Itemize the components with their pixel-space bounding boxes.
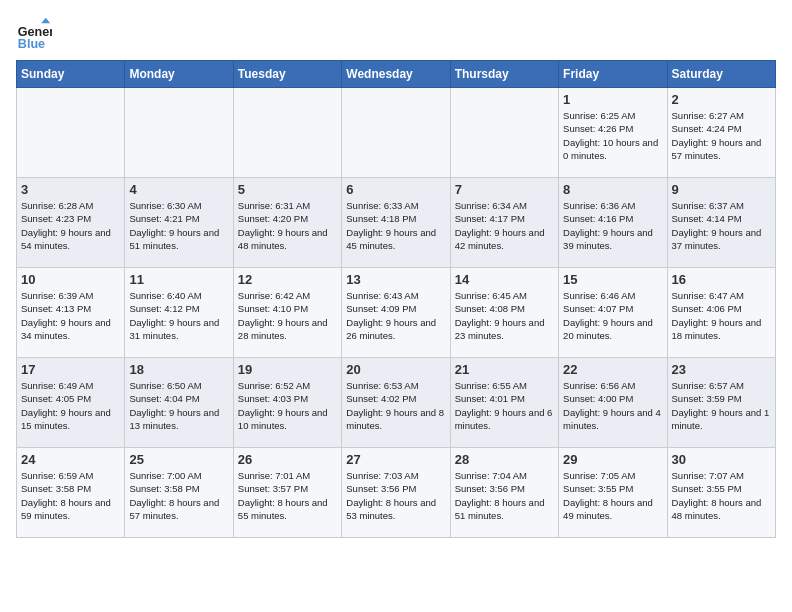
- cell-text: Daylight: 9 hours and 23 minutes.: [455, 316, 554, 343]
- day-number: 27: [346, 452, 445, 467]
- calendar-cell: 20Sunrise: 6:53 AMSunset: 4:02 PMDayligh…: [342, 358, 450, 448]
- calendar-cell: 27Sunrise: 7:03 AMSunset: 3:56 PMDayligh…: [342, 448, 450, 538]
- cell-text: Sunset: 4:20 PM: [238, 212, 337, 225]
- cell-text: Daylight: 9 hours and 51 minutes.: [129, 226, 228, 253]
- cell-text: Sunset: 4:09 PM: [346, 302, 445, 315]
- header: General Blue: [16, 16, 776, 52]
- cell-text: Sunrise: 6:36 AM: [563, 199, 662, 212]
- cell-text: Sunrise: 6:37 AM: [672, 199, 771, 212]
- cell-text: Sunrise: 6:31 AM: [238, 199, 337, 212]
- calendar-cell: 18Sunrise: 6:50 AMSunset: 4:04 PMDayligh…: [125, 358, 233, 448]
- cell-text: Sunset: 4:16 PM: [563, 212, 662, 225]
- cell-text: Daylight: 9 hours and 54 minutes.: [21, 226, 120, 253]
- svg-text:Blue: Blue: [18, 37, 45, 51]
- cell-text: Sunset: 4:10 PM: [238, 302, 337, 315]
- day-number: 21: [455, 362, 554, 377]
- cell-text: Sunrise: 6:47 AM: [672, 289, 771, 302]
- cell-text: Daylight: 9 hours and 45 minutes.: [346, 226, 445, 253]
- calendar-cell: 29Sunrise: 7:05 AMSunset: 3:55 PMDayligh…: [559, 448, 667, 538]
- cell-text: Sunset: 4:17 PM: [455, 212, 554, 225]
- calendar-cell: [17, 88, 125, 178]
- calendar-cell: 22Sunrise: 6:56 AMSunset: 4:00 PMDayligh…: [559, 358, 667, 448]
- calendar-cell: 8Sunrise: 6:36 AMSunset: 4:16 PMDaylight…: [559, 178, 667, 268]
- cell-text: Sunset: 3:56 PM: [346, 482, 445, 495]
- weekday-header-sunday: Sunday: [17, 61, 125, 88]
- calendar-cell: 1Sunrise: 6:25 AMSunset: 4:26 PMDaylight…: [559, 88, 667, 178]
- day-number: 18: [129, 362, 228, 377]
- cell-text: Sunset: 3:57 PM: [238, 482, 337, 495]
- calendar-cell: 26Sunrise: 7:01 AMSunset: 3:57 PMDayligh…: [233, 448, 341, 538]
- day-number: 7: [455, 182, 554, 197]
- cell-text: Sunset: 4:12 PM: [129, 302, 228, 315]
- calendar-cell: 13Sunrise: 6:43 AMSunset: 4:09 PMDayligh…: [342, 268, 450, 358]
- cell-text: Sunrise: 7:03 AM: [346, 469, 445, 482]
- day-number: 10: [21, 272, 120, 287]
- day-number: 11: [129, 272, 228, 287]
- weekday-header-saturday: Saturday: [667, 61, 775, 88]
- cell-text: Sunset: 4:21 PM: [129, 212, 228, 225]
- cell-text: Sunrise: 7:04 AM: [455, 469, 554, 482]
- day-number: 25: [129, 452, 228, 467]
- cell-text: Daylight: 9 hours and 15 minutes.: [21, 406, 120, 433]
- day-number: 20: [346, 362, 445, 377]
- cell-text: Daylight: 8 hours and 53 minutes.: [346, 496, 445, 523]
- cell-text: Daylight: 9 hours and 57 minutes.: [672, 136, 771, 163]
- cell-text: Sunrise: 6:57 AM: [672, 379, 771, 392]
- cell-text: Sunrise: 6:34 AM: [455, 199, 554, 212]
- day-number: 29: [563, 452, 662, 467]
- cell-text: Sunrise: 6:25 AM: [563, 109, 662, 122]
- weekday-header-thursday: Thursday: [450, 61, 558, 88]
- cell-text: Sunset: 4:06 PM: [672, 302, 771, 315]
- cell-text: Sunset: 3:58 PM: [129, 482, 228, 495]
- calendar-cell: [125, 88, 233, 178]
- calendar-cell: 23Sunrise: 6:57 AMSunset: 3:59 PMDayligh…: [667, 358, 775, 448]
- cell-text: Sunrise: 7:05 AM: [563, 469, 662, 482]
- cell-text: Daylight: 9 hours and 10 minutes.: [238, 406, 337, 433]
- cell-text: Sunrise: 6:52 AM: [238, 379, 337, 392]
- day-number: 15: [563, 272, 662, 287]
- day-number: 17: [21, 362, 120, 377]
- day-number: 8: [563, 182, 662, 197]
- cell-text: Sunrise: 6:46 AM: [563, 289, 662, 302]
- calendar-cell: 17Sunrise: 6:49 AMSunset: 4:05 PMDayligh…: [17, 358, 125, 448]
- calendar-cell: 15Sunrise: 6:46 AMSunset: 4:07 PMDayligh…: [559, 268, 667, 358]
- day-number: 23: [672, 362, 771, 377]
- cell-text: Sunset: 3:55 PM: [563, 482, 662, 495]
- cell-text: Sunrise: 6:39 AM: [21, 289, 120, 302]
- cell-text: Sunset: 4:23 PM: [21, 212, 120, 225]
- cell-text: Sunset: 4:01 PM: [455, 392, 554, 405]
- cell-text: Sunset: 4:07 PM: [563, 302, 662, 315]
- cell-text: Daylight: 9 hours and 34 minutes.: [21, 316, 120, 343]
- svg-marker-2: [41, 18, 50, 23]
- calendar-cell: 30Sunrise: 7:07 AMSunset: 3:55 PMDayligh…: [667, 448, 775, 538]
- day-number: 24: [21, 452, 120, 467]
- day-number: 19: [238, 362, 337, 377]
- cell-text: Daylight: 9 hours and 28 minutes.: [238, 316, 337, 343]
- day-number: 2: [672, 92, 771, 107]
- cell-text: Sunset: 4:08 PM: [455, 302, 554, 315]
- day-number: 9: [672, 182, 771, 197]
- cell-text: Daylight: 8 hours and 59 minutes.: [21, 496, 120, 523]
- day-number: 6: [346, 182, 445, 197]
- cell-text: Daylight: 9 hours and 26 minutes.: [346, 316, 445, 343]
- cell-text: Daylight: 8 hours and 55 minutes.: [238, 496, 337, 523]
- calendar-cell: 11Sunrise: 6:40 AMSunset: 4:12 PMDayligh…: [125, 268, 233, 358]
- day-number: 13: [346, 272, 445, 287]
- calendar-cell: 24Sunrise: 6:59 AMSunset: 3:58 PMDayligh…: [17, 448, 125, 538]
- cell-text: Sunset: 4:03 PM: [238, 392, 337, 405]
- cell-text: Daylight: 9 hours and 39 minutes.: [563, 226, 662, 253]
- cell-text: Sunrise: 7:01 AM: [238, 469, 337, 482]
- cell-text: Sunset: 4:26 PM: [563, 122, 662, 135]
- cell-text: Sunrise: 7:07 AM: [672, 469, 771, 482]
- cell-text: Sunrise: 6:40 AM: [129, 289, 228, 302]
- day-number: 5: [238, 182, 337, 197]
- calendar-cell: 16Sunrise: 6:47 AMSunset: 4:06 PMDayligh…: [667, 268, 775, 358]
- weekday-header-friday: Friday: [559, 61, 667, 88]
- cell-text: Sunrise: 6:45 AM: [455, 289, 554, 302]
- day-number: 3: [21, 182, 120, 197]
- cell-text: Daylight: 8 hours and 48 minutes.: [672, 496, 771, 523]
- calendar-cell: 4Sunrise: 6:30 AMSunset: 4:21 PMDaylight…: [125, 178, 233, 268]
- calendar-cell: 5Sunrise: 6:31 AMSunset: 4:20 PMDaylight…: [233, 178, 341, 268]
- calendar-cell: 2Sunrise: 6:27 AMSunset: 4:24 PMDaylight…: [667, 88, 775, 178]
- cell-text: Daylight: 10 hours and 0 minutes.: [563, 136, 662, 163]
